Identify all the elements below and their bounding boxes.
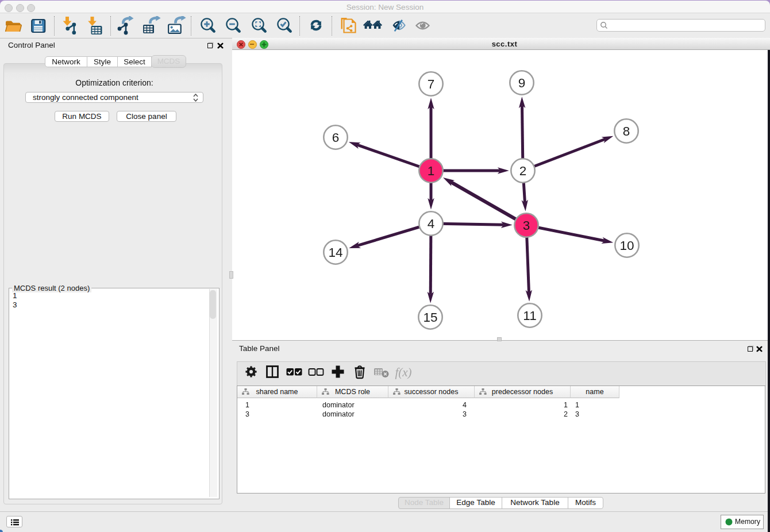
svg-text:2: 2	[519, 164, 527, 178]
svg-text:10: 10	[619, 238, 634, 253]
svg-text:4: 4	[428, 217, 435, 231]
svg-text:7: 7	[428, 77, 435, 91]
svg-text:1: 1	[428, 164, 435, 178]
svg-text:11: 11	[523, 309, 536, 323]
svg-text:9: 9	[518, 76, 526, 90]
svg-text:3: 3	[523, 218, 530, 233]
svg-text:14: 14	[328, 245, 342, 260]
svg-text:f(x): f(x)	[395, 365, 411, 379]
svg-text:8: 8	[623, 124, 630, 138]
svg-text:15: 15	[423, 310, 437, 325]
svg-text:6: 6	[332, 130, 340, 145]
